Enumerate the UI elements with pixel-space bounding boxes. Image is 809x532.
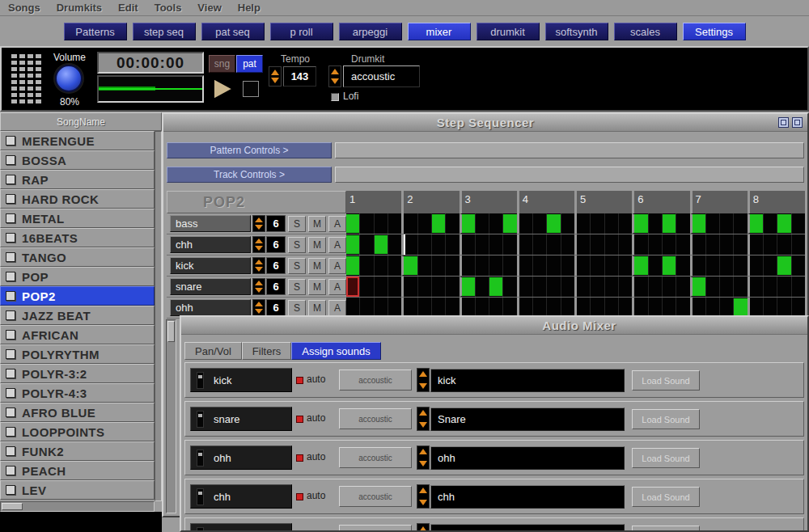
- track-a-button[interactable]: A: [328, 279, 346, 295]
- song-item-looppoints[interactable]: LOOPPOINTS: [0, 422, 155, 441]
- step-cell[interactable]: [388, 234, 401, 255]
- step-cell[interactable]: [733, 277, 747, 297]
- bank-button[interactable]: accoustic: [339, 525, 412, 532]
- track-note-spinner[interactable]: [252, 215, 265, 232]
- step-cell[interactable]: [546, 277, 560, 297]
- track-note-spinner[interactable]: [252, 299, 265, 316]
- sound-name-field[interactable]: kick: [430, 369, 625, 392]
- step-cell[interactable]: [517, 234, 532, 255]
- track-s-button[interactable]: S: [288, 237, 306, 253]
- step-cell[interactable]: [532, 255, 546, 276]
- step-cell[interactable]: [791, 255, 805, 276]
- bank-button[interactable]: accoustic: [339, 408, 412, 429]
- step-cell[interactable]: [676, 277, 689, 297]
- track-a-button[interactable]: A: [328, 258, 346, 274]
- step-cell[interactable]: [748, 234, 763, 255]
- track-value[interactable]: 6: [266, 215, 286, 232]
- track-m-button[interactable]: M: [308, 300, 326, 316]
- bank-button[interactable]: accoustic: [339, 447, 412, 468]
- step-cell[interactable]: [763, 277, 777, 297]
- spinner-up-icon[interactable]: [255, 302, 263, 306]
- step-cell[interactable]: [590, 277, 604, 297]
- spinner-up-icon[interactable]: [419, 526, 427, 532]
- tab-pat-seq[interactable]: pat seq: [201, 23, 265, 40]
- step-cell[interactable]: [791, 234, 805, 255]
- song-item-afro-blue[interactable]: AFRO BLUE: [0, 403, 155, 422]
- track-note-spinner[interactable]: [252, 236, 265, 253]
- step-cell[interactable]: [618, 234, 632, 255]
- song-item-merengue[interactable]: MERENGUE: [0, 131, 155, 150]
- spinner-up-icon[interactable]: [419, 449, 427, 454]
- channel-button[interactable]: chh: [190, 484, 292, 509]
- step-cell[interactable]: [401, 255, 417, 276]
- step-cell[interactable]: [632, 255, 647, 276]
- song-item-pop2[interactable]: POP2: [0, 286, 155, 306]
- tab-drumkit[interactable]: drumkit: [477, 23, 540, 40]
- lofi-checkbox[interactable]: [331, 93, 339, 101]
- step-cell[interactable]: [346, 213, 359, 234]
- step-cell[interactable]: [777, 255, 790, 276]
- tab-arpeggi[interactable]: arpeggi: [339, 23, 402, 40]
- spinner-down-icon[interactable]: [419, 500, 427, 505]
- stop-button[interactable]: [243, 81, 259, 97]
- step-cell[interactable]: [489, 234, 502, 255]
- auto-led[interactable]: [296, 493, 303, 500]
- step-cell[interactable]: [502, 255, 516, 276]
- step-cell[interactable]: [431, 255, 445, 276]
- song-progress-bar[interactable]: [97, 75, 204, 103]
- spinner-up-icon[interactable]: [255, 217, 263, 222]
- step-cell[interactable]: [705, 255, 719, 276]
- step-cell[interactable]: [705, 277, 719, 297]
- step-cell[interactable]: [733, 213, 747, 234]
- spinner-up-icon[interactable]: [271, 70, 279, 75]
- load-sound-button[interactable]: Load Sound: [632, 526, 700, 532]
- spinner-up-icon[interactable]: [419, 488, 427, 493]
- step-cell[interactable]: [690, 277, 705, 297]
- song-item-lev[interactable]: LEV: [0, 480, 155, 500]
- tab-settings[interactable]: Settings: [683, 23, 746, 40]
- song-item-pop[interactable]: POP: [0, 267, 155, 286]
- auto-led[interactable]: [296, 416, 303, 423]
- step-cell[interactable]: [690, 213, 705, 234]
- song-item-16beats[interactable]: 16BEATS: [0, 228, 155, 247]
- step-cell[interactable]: [388, 255, 401, 276]
- pattern-mode-button[interactable]: pat: [236, 55, 263, 73]
- step-cell[interactable]: [618, 277, 632, 297]
- step-cell[interactable]: [590, 213, 604, 234]
- song-list-vscrollbar[interactable]: [155, 131, 162, 501]
- step-cell[interactable]: [475, 213, 489, 234]
- step-cell[interactable]: [445, 255, 459, 276]
- song-item-metal[interactable]: METAL: [0, 209, 155, 228]
- step-cell[interactable]: [401, 277, 417, 297]
- step-cell[interactable]: [791, 277, 805, 297]
- track-s-button[interactable]: S: [288, 300, 306, 316]
- step-cell[interactable]: [574, 277, 590, 297]
- step-cell[interactable]: [546, 255, 560, 276]
- mixer-tab-filters[interactable]: Filters: [242, 342, 291, 360]
- tab-mixer[interactable]: mixer: [408, 23, 471, 40]
- step-cell[interactable]: [604, 277, 618, 297]
- step-cell[interactable]: [489, 277, 502, 297]
- spinner-down-icon[interactable]: [255, 309, 263, 314]
- song-item-bossa[interactable]: BOSSA: [0, 150, 155, 170]
- step-cell[interactable]: [705, 234, 719, 255]
- step-cell[interactable]: [676, 213, 689, 234]
- spinner-up-icon[interactable]: [419, 371, 427, 377]
- track-name-field[interactable]: ohh: [170, 299, 251, 316]
- step-cell[interactable]: [346, 234, 359, 255]
- maximize-window-button[interactable]: [792, 117, 803, 128]
- step-cell[interactable]: [618, 213, 632, 234]
- auto-led[interactable]: [296, 454, 303, 462]
- track-m-button[interactable]: M: [308, 279, 326, 295]
- step-cell[interactable]: [401, 213, 417, 234]
- step-cell[interactable]: [374, 213, 388, 234]
- shade-window-button[interactable]: [778, 117, 789, 128]
- track-name-field[interactable]: kick: [170, 257, 251, 274]
- bank-button[interactable]: accoustic: [339, 369, 412, 391]
- track-name-field[interactable]: chh: [170, 236, 251, 253]
- spinner-down-icon[interactable]: [419, 422, 427, 428]
- step-cell[interactable]: [489, 255, 502, 276]
- sequencer-vscrollbar[interactable]: [166, 319, 176, 513]
- load-sound-button[interactable]: Load Sound: [632, 448, 700, 468]
- sound-name-field[interactable]: chh: [430, 485, 625, 509]
